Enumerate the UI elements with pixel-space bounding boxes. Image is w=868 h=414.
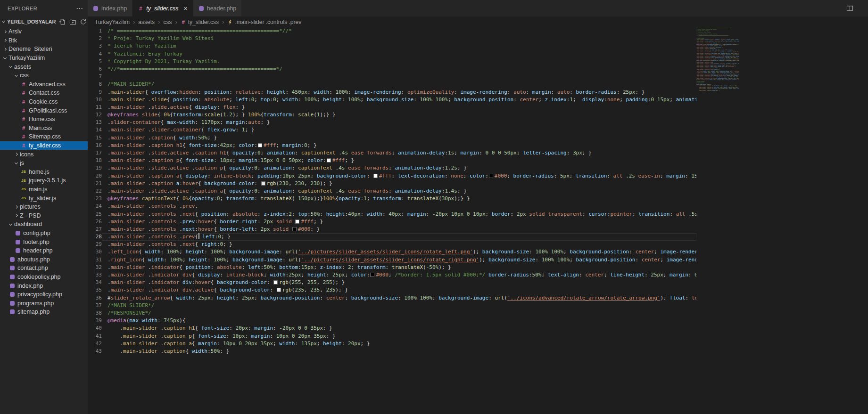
code-line-text[interactable]: @keyframes slide{ 0%{transform:scale(1.2… <box>102 111 696 119</box>
code-line[interactable]: 38/*RESPONSIVE*/ <box>88 309 696 317</box>
code-line-text[interactable]: .main-slider .slide.active .caption h1{ … <box>102 149 696 157</box>
line-number[interactable]: 2 <box>88 35 102 42</box>
code-line-text[interactable]: .main-slider{ overflow:hidden; position:… <box>102 89 696 96</box>
code-line[interactable]: 28.main-slider .controls .prev{ left:0; … <box>88 233 696 241</box>
code-line-text[interactable]: .main-slider .caption a:hover{ backgroun… <box>102 180 696 187</box>
breadcrumb-item[interactable]: #ty_slider.css <box>181 19 219 25</box>
close-icon[interactable]: × <box>184 5 188 12</box>
code-line[interactable]: 19.main-slider .slide.active .caption p{… <box>88 164 696 172</box>
line-number[interactable]: 5 <box>88 58 102 65</box>
line-number[interactable]: 4 <box>88 50 102 58</box>
code-line-text[interactable]: * Yazilimci: Eray Turkay <box>102 50 696 58</box>
color-swatch[interactable] <box>370 273 374 277</box>
code-line-text[interactable]: .main-slider .caption a{ margin: 10px 0 … <box>102 340 696 348</box>
tree-file[interactable]: #Cookie.css <box>0 97 88 106</box>
color-swatch[interactable] <box>277 288 281 292</box>
line-number[interactable]: 13 <box>88 119 102 126</box>
code-line[interactable]: 10.main-slider .slide{ position: absolut… <box>88 96 696 104</box>
code-line-text[interactable]: /*MAIN SLIDER*/ <box>102 302 696 309</box>
line-number[interactable]: 12 <box>88 111 102 119</box>
line-number[interactable]: 10 <box>88 96 102 104</box>
code-line-text[interactable]: .main-slider .caption h1{ font-size: 20p… <box>102 325 696 332</box>
refresh-icon[interactable] <box>79 17 88 26</box>
code-line-text[interactable]: /*MAIN SLIDER*/ <box>102 81 696 88</box>
code-line[interactable]: 40 .main-slider .caption h1{ font-size: … <box>88 325 696 332</box>
line-number[interactable]: 36 <box>88 294 102 302</box>
tree-file[interactable]: header.php <box>0 246 88 255</box>
tree-file[interactable]: #Contact.css <box>0 89 88 97</box>
code-line-text[interactable]: .main-slider .slide.active{ display: fle… <box>102 104 696 111</box>
tree-file[interactable]: #Sitemap.css <box>0 132 88 141</box>
breadcrumb-item[interactable]: assets <box>138 19 155 25</box>
tree-folder[interactable]: Z - PSD <box>0 211 88 220</box>
code-line[interactable]: 20.main-slider .caption a{ display: inli… <box>88 172 696 180</box>
color-swatch[interactable] <box>273 280 278 284</box>
tree-file[interactable]: privacypolicy.php <box>0 290 88 299</box>
tree-folder[interactable]: css <box>0 71 88 80</box>
line-number[interactable]: 20 <box>88 172 102 180</box>
line-number[interactable]: 25 <box>88 211 102 218</box>
line-number[interactable]: 42 <box>88 340 102 348</box>
code-line-text[interactable]: * Icerik Turu: Yazilim <box>102 42 696 50</box>
tree-file[interactable]: JSmain.js <box>0 185 88 194</box>
line-number[interactable]: 21 <box>88 180 102 187</box>
breadcrumb-item[interactable]: .main-slider .controls .prev <box>227 19 301 25</box>
line-number[interactable]: 40 <box>88 325 102 332</box>
color-swatch[interactable] <box>295 219 299 224</box>
line-number[interactable]: 9 <box>88 89 102 96</box>
code-line-text[interactable]: .left_icon{ width: 100%; height: 100%; b… <box>102 248 696 256</box>
line-number[interactable]: 7 <box>88 73 102 81</box>
more-actions-icon[interactable]: ⋯ <box>76 6 83 11</box>
code-line[interactable]: 8/*MAIN SLIDER*/ <box>88 81 696 88</box>
tree-folder[interactable]: Btk <box>0 36 88 45</box>
line-number[interactable]: 43 <box>88 348 102 355</box>
code-line[interactable]: 14.main-slider .slider-container{ flex-g… <box>88 126 696 134</box>
breadcrumb-item[interactable]: css <box>163 19 172 25</box>
code-line-text[interactable]: .main-slider .caption h1{ font-size:42px… <box>102 142 696 149</box>
folder-section-header[interactable]: YEREL_DOSYALAR <box>0 16 88 27</box>
line-number[interactable]: 41 <box>88 333 102 340</box>
line-number[interactable]: 23 <box>88 195 102 203</box>
line-number[interactable]: 1 <box>88 27 102 35</box>
line-number[interactable]: 19 <box>88 164 102 172</box>
line-number[interactable]: 24 <box>88 203 102 210</box>
color-swatch[interactable] <box>292 227 297 231</box>
code-line-text[interactable]: .main-slider .slider-container{ flex-gro… <box>102 126 696 134</box>
tree-file[interactable]: index.php <box>0 281 88 290</box>
code-line-text[interactable]: * Copyright By 2021, Turkay Yazilim. <box>102 58 696 65</box>
code-line[interactable]: 37/*MAIN SLIDER*/ <box>88 302 696 309</box>
color-swatch[interactable] <box>258 143 262 147</box>
color-swatch[interactable] <box>261 181 265 186</box>
code-line[interactable]: 35.main-slider .indicator div.active{ ba… <box>88 286 696 294</box>
code-line[interactable]: 27.main-slider .controls .next:hover{ bo… <box>88 226 696 233</box>
code-line[interactable]: 12@keyframes slide{ 0%{transform:scale(1… <box>88 111 696 119</box>
tree-folder[interactable]: assets <box>0 62 88 71</box>
tree-file[interactable]: #Home.css <box>0 115 88 124</box>
code-line-text[interactable]: .main-slider .indicator{ position: absol… <box>102 264 696 271</box>
tree-file[interactable]: #ty_slider.css <box>0 141 88 150</box>
code-line[interactable]: 43 .main-slider .caption{ width:50%; } <box>88 348 696 355</box>
code-line[interactable]: 29.main-slider .controls .next{ right:0;… <box>88 241 696 248</box>
line-number[interactable]: 31 <box>88 256 102 264</box>
line-number[interactable]: 38 <box>88 309 102 317</box>
color-swatch[interactable] <box>489 174 493 178</box>
code-line[interactable]: 41 .main-slider .caption p{ font-size: 1… <box>88 333 696 340</box>
line-number[interactable]: 34 <box>88 279 102 286</box>
code-line-text[interactable]: /*RESPONSIVE*/ <box>102 309 696 317</box>
code-line-text[interactable]: .main-slider .caption p{ font-size: 10px… <box>102 333 696 340</box>
tree-file[interactable]: aboutus.php <box>0 255 88 264</box>
code-line[interactable]: 9.main-slider{ overflow:hidden; position… <box>88 89 696 96</box>
code-line[interactable]: 16.main-slider .caption h1{ font-size:42… <box>88 142 696 149</box>
tree-file[interactable]: #Main.css <box>0 124 88 133</box>
code-line[interactable]: 23@keyframes captionText{ 0%{opacity:0; … <box>88 195 696 203</box>
line-number[interactable]: 18 <box>88 157 102 164</box>
code-line[interactable]: 7 <box>88 73 696 81</box>
code-line[interactable]: 25.main-slider .controls .next{ position… <box>88 211 696 218</box>
line-number[interactable]: 30 <box>88 248 102 256</box>
line-number[interactable]: 27 <box>88 226 102 233</box>
tab-ty_slider.css[interactable]: #ty_slider.css× <box>132 0 193 16</box>
line-number[interactable]: 6 <box>88 65 102 73</box>
tree-file[interactable]: footer.php <box>0 237 88 246</box>
code-line-text[interactable] <box>102 73 696 81</box>
code-line-text[interactable]: .main-slider .controls .next:hover{ bord… <box>102 226 696 233</box>
